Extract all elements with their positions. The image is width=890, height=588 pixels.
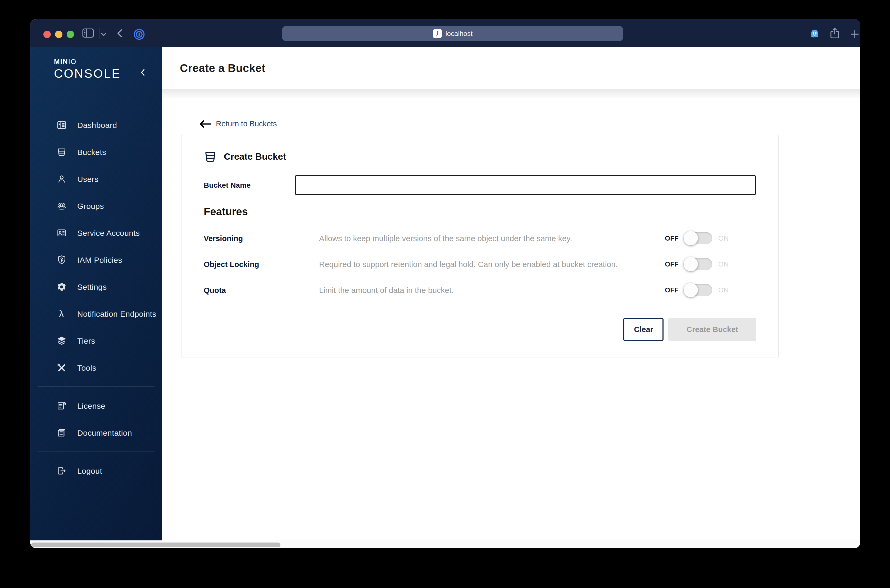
horizontal-scrollbar-thumb[interactable]	[31, 543, 280, 547]
sidebar-item-label: Dashboard	[77, 120, 117, 129]
toggle-knob	[683, 283, 698, 297]
toggle-off-label: OFF	[665, 286, 679, 294]
close-window-button[interactable]	[44, 31, 51, 38]
toggle-off-label: OFF	[665, 234, 679, 242]
sidebar-item-label: IAM Policies	[77, 255, 122, 264]
return-to-buckets-link[interactable]: Return to Buckets	[199, 120, 277, 128]
sidebar-item-groups[interactable]: Groups	[30, 192, 162, 219]
zoom-window-button[interactable]	[67, 31, 74, 38]
card-title-row: Create Bucket	[204, 150, 756, 164]
versioning-toggle[interactable]	[684, 232, 712, 244]
layers-icon	[56, 336, 67, 346]
header-shadow	[162, 89, 860, 98]
sidebar-item-documentation[interactable]: Documentation	[30, 419, 162, 446]
sidebar-menu: Dashboard Buckets Users Groups	[30, 112, 162, 484]
sidebar-item-buckets[interactable]: Buckets	[30, 138, 162, 165]
gear-icon	[56, 282, 67, 292]
quota-toggle-cluster: OFF ON	[665, 284, 729, 296]
sidebar-item-tools[interactable]: Tools	[30, 354, 162, 381]
create-bucket-button[interactable]: Create Bucket	[669, 318, 756, 341]
sidebar-item-dashboard[interactable]: Dashboard	[30, 112, 162, 138]
sidebar-item-label: Tiers	[77, 336, 95, 345]
bucket-icon	[56, 147, 67, 157]
sidebar-item-label: Logout	[77, 466, 102, 476]
browser-titlebar: localhost	[30, 19, 860, 47]
ghostery-icon[interactable]	[809, 28, 820, 40]
user-icon	[56, 174, 67, 184]
back-arrow-icon	[199, 120, 211, 128]
sidebar-item-settings[interactable]: Settings	[30, 273, 162, 300]
bucket-name-input[interactable]	[295, 175, 756, 195]
main-content: Create a Bucket Return to Buckets Create…	[162, 47, 860, 540]
address-bar[interactable]: localhost	[282, 26, 623, 41]
sidebar-item-service-accounts[interactable]: Service Accounts	[30, 219, 162, 246]
page-header: Create a Bucket	[162, 47, 860, 89]
minimize-window-button[interactable]	[55, 31, 62, 38]
page-title: Create a Bucket	[180, 62, 266, 74]
sidebar-item-license[interactable]: License	[30, 392, 162, 419]
sidebar-item-logout[interactable]: Logout	[30, 458, 162, 484]
dashboard-icon	[56, 120, 67, 130]
toggle-on-label: ON	[718, 286, 729, 294]
back-chevron-icon[interactable]	[117, 29, 122, 38]
clear-button[interactable]: Clear	[623, 318, 664, 341]
desktop-background: localhost MINIO CONSOLE	[0, 0, 890, 588]
sidebar-item-iam-policies[interactable]: IAM Policies	[30, 246, 162, 273]
feature-row-versioning: Versioning Allows to keep multiple versi…	[204, 225, 756, 251]
sidebar-item-label: Service Accounts	[77, 228, 140, 237]
bucket-name-label: Bucket Name	[204, 181, 295, 189]
feature-rows: Versioning Allows to keep multiple versi…	[204, 225, 756, 303]
sidebar-item-label: Documentation	[77, 428, 132, 437]
sidebar-item-label: Groups	[77, 201, 104, 210]
feature-row-quota: Quota Limit the amount of data in the bu…	[204, 277, 756, 303]
card-actions: Clear Create Bucket	[204, 318, 756, 341]
address-url: localhost	[445, 30, 473, 38]
sidebar-item-label: Notification Endpoints	[77, 309, 156, 318]
id-card-icon	[56, 228, 67, 238]
page-body: Return to Buckets Create Bucket Bucket N…	[162, 98, 860, 540]
quota-toggle[interactable]	[684, 284, 712, 296]
toggle-off-label: OFF	[665, 260, 679, 268]
tab-chevron-down-icon[interactable]	[101, 33, 106, 36]
sidebar-divider	[38, 452, 155, 452]
bucket-name-row: Bucket Name	[204, 175, 756, 195]
feature-label: Versioning	[204, 234, 295, 243]
minio-console-logo: MINIO CONSOLE	[30, 47, 162, 89]
feature-description: Allows to keep multiple versions of the …	[295, 234, 665, 243]
return-to-buckets-label: Return to Buckets	[216, 120, 277, 128]
share-icon[interactable]	[830, 27, 840, 39]
feature-label: Object Locking	[204, 260, 295, 268]
card-title: Create Bucket	[224, 151, 286, 162]
documentation-icon	[56, 428, 67, 438]
logout-icon	[56, 466, 67, 476]
feature-row-object-locking: Object Locking Required to support reten…	[204, 251, 756, 277]
create-bucket-card: Create Bucket Bucket Name Features Versi…	[181, 135, 779, 357]
sidebar-item-label: Tools	[77, 363, 96, 372]
sidebar-toggle-icon[interactable]	[82, 28, 94, 38]
toggle-knob	[683, 257, 698, 271]
tools-icon	[56, 363, 67, 373]
console-wordmark: CONSOLE	[54, 67, 162, 81]
sidebar-collapse-chevron-icon[interactable]	[140, 68, 145, 79]
brand-light: IO	[68, 58, 77, 66]
group-icon	[56, 201, 67, 211]
sidebar: MINIO CONSOLE Dashboard Buckets	[30, 47, 162, 540]
object-locking-toggle[interactable]	[684, 258, 712, 270]
license-icon	[56, 400, 67, 411]
feature-description: Limit the amount of data in the bucket.	[295, 285, 665, 294]
new-tab-plus-icon[interactable]	[850, 30, 859, 39]
sidebar-item-users[interactable]: Users	[30, 165, 162, 192]
feature-label: Quota	[204, 286, 295, 294]
feature-description: Required to support retention and legal …	[295, 260, 665, 268]
sidebar-item-label: Users	[77, 174, 98, 183]
horizontal-scrollbar	[30, 540, 860, 548]
sidebar-item-notification-endpoints[interactable]: λ Notification Endpoints	[30, 300, 162, 327]
minio-brand: MINIO	[54, 58, 162, 65]
minio-flamingo-icon	[433, 29, 442, 38]
onepassword-icon[interactable]	[133, 28, 145, 40]
toolbar-separator	[99, 28, 99, 39]
sidebar-item-tiers[interactable]: Tiers	[30, 327, 162, 354]
brand-bold: MIN	[54, 58, 68, 66]
browser-window: localhost MINIO CONSOLE	[30, 19, 860, 548]
sidebar-item-label: Settings	[77, 282, 107, 291]
